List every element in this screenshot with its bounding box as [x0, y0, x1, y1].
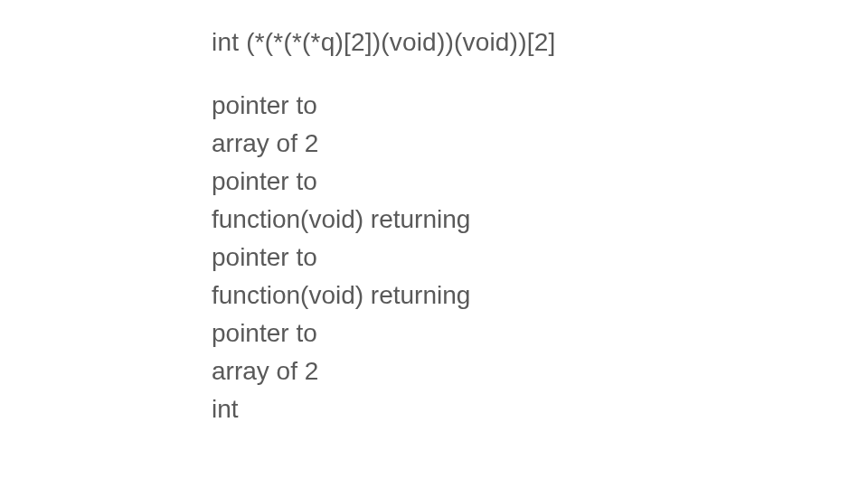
explanation-line: pointer to — [212, 314, 470, 352]
explanation-line: array of 2 — [212, 125, 470, 163]
slide: int (*(*(*(*q)[2])(void))(void))[2] poin… — [0, 0, 868, 488]
explanation-line: function(void) returning — [212, 277, 470, 314]
explanation-line: pointer to — [212, 163, 470, 201]
explanation-block: pointer to array of 2 pointer to functio… — [212, 87, 470, 428]
explanation-line: int — [212, 390, 470, 428]
c-declaration: int (*(*(*(*q)[2])(void))(void))[2] — [212, 27, 555, 58]
explanation-line: array of 2 — [212, 352, 470, 390]
explanation-line: pointer to — [212, 87, 470, 125]
explanation-line: pointer to — [212, 239, 470, 277]
explanation-line: function(void) returning — [212, 201, 470, 239]
